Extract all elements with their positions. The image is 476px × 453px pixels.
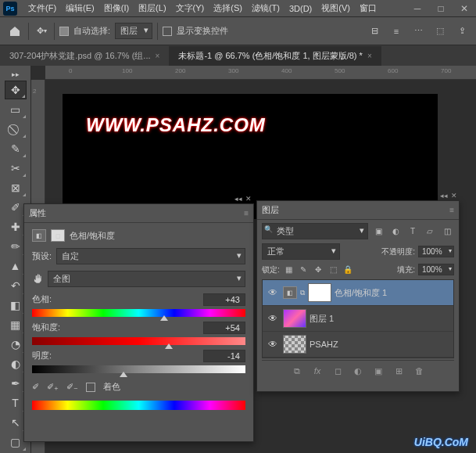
menu-edit[interactable]: 编辑(E) (61, 0, 99, 16)
opacity-field[interactable]: 100% (418, 246, 454, 257)
tab-close-icon[interactable]: × (367, 52, 372, 60)
panel-collapse-bar[interactable]: ◂◂✕ (440, 192, 457, 200)
ruler-horizontal[interactable]: 0 100 200 300 400 500 600 700 (45, 66, 476, 80)
page-watermark: UiBQ.CoM (414, 436, 468, 448)
layer-thumb[interactable] (283, 335, 306, 354)
divider (54, 23, 55, 40)
layer-item[interactable]: 👁 PSAHZ (263, 332, 453, 358)
panel-menu-icon[interactable]: ≡ (244, 209, 249, 218)
marquee-tool[interactable]: ▭ (5, 100, 27, 119)
3d-mode-icon[interactable]: ⬚ (432, 23, 448, 39)
layer-name[interactable]: 色相/饱和度 1 (335, 287, 387, 299)
filter-shape-icon[interactable]: ▱ (423, 225, 437, 238)
share-icon[interactable]: ⇪ (454, 23, 470, 39)
hue-label: 色相: (32, 293, 52, 306)
divider (28, 23, 29, 40)
new-layer-icon[interactable]: ⊞ (392, 365, 405, 377)
layer-name[interactable]: PSAHZ (310, 340, 338, 349)
panel-collapse-bar[interactable]: ◂◂✕ (234, 195, 252, 203)
lock-artboard-icon[interactable]: ⬚ (327, 264, 339, 275)
layer-item[interactable]: 👁 图层 1 (263, 306, 453, 332)
slider-thumb[interactable] (120, 372, 127, 377)
saturation-slider[interactable] (32, 337, 245, 345)
tab-close-icon[interactable]: × (156, 52, 160, 60)
blend-mode-select[interactable]: 正常 (262, 243, 340, 260)
lightness-value-field[interactable]: -14 (203, 350, 245, 362)
visibility-icon[interactable]: 👁 (266, 339, 280, 350)
more-icon[interactable]: ⋯ (410, 23, 426, 39)
menu-filter[interactable]: 滤镜(T) (247, 0, 285, 16)
auto-select-label: 自动选择: (73, 25, 110, 37)
maximize-button[interactable]: □ (429, 1, 453, 16)
targeted-adjust-icon[interactable] (32, 273, 43, 286)
lock-transparency-icon[interactable]: ▦ (283, 264, 295, 275)
fx-icon[interactable]: fx (311, 365, 324, 377)
link-layers-icon[interactable]: ⧉ (291, 365, 303, 377)
panel-menu-icon[interactable]: ≡ (449, 206, 454, 214)
move-tool[interactable]: ✥ (5, 81, 27, 99)
quick-select-tool[interactable]: ✎ (5, 139, 27, 158)
slider-thumb[interactable] (160, 315, 168, 321)
panel-header[interactable]: 属性 ≡ (24, 204, 253, 223)
layer-filter-type[interactable]: 类型 (262, 223, 368, 239)
lasso-tool[interactable]: ⃠ (5, 120, 27, 138)
frame-tool[interactable]: ⊠ (5, 178, 27, 197)
group-icon[interactable]: ▣ (372, 365, 385, 377)
menu-layer[interactable]: 图层(L) (134, 0, 170, 16)
eyedropper-subtract-icon[interactable]: ✐₋ (66, 382, 78, 392)
fill-field[interactable]: 100% (418, 264, 454, 275)
filter-pixel-icon[interactable]: ▣ (371, 225, 385, 238)
layer-name[interactable]: 图层 1 (310, 313, 334, 325)
visibility-icon[interactable]: 👁 (266, 313, 280, 324)
lightness-slider[interactable] (32, 365, 245, 373)
options-right: ⊟ ≡ ⋯ ⬚ ⇪ (367, 23, 470, 39)
filter-type-icon[interactable]: T (406, 225, 420, 238)
show-transform-checkbox[interactable] (163, 27, 172, 36)
color-range-select[interactable]: 全图 (48, 271, 245, 287)
filter-adjust-icon[interactable]: ◐ (388, 225, 403, 238)
filter-smart-icon[interactable]: ◫ (440, 225, 454, 238)
fill-label: 填充: (397, 264, 415, 275)
layer-mask-thumb[interactable] (308, 283, 331, 302)
lock-label: 锁定: (262, 264, 280, 275)
eyedropper-add-icon[interactable]: ✐₊ (47, 382, 59, 392)
minimize-button[interactable]: ─ (406, 1, 429, 16)
saturation-value-field[interactable]: +54 (203, 322, 245, 334)
menu-view[interactable]: 视图(V) (317, 0, 355, 16)
mask-add-icon[interactable]: ◻ (331, 365, 344, 377)
layer-item[interactable]: 👁 ◧ ⧉ 色相/饱和度 1 (263, 280, 453, 306)
hue-value-field[interactable]: +43 (203, 293, 245, 306)
preset-select[interactable]: 自定 (56, 248, 245, 264)
lock-position-icon[interactable]: ✥ (313, 264, 324, 275)
auto-select-target[interactable]: 图层 (115, 23, 152, 39)
colorize-checkbox[interactable] (86, 383, 95, 392)
eyedropper-icon[interactable]: ✐ (32, 382, 39, 392)
align-icon[interactable]: ⊟ (367, 23, 382, 39)
tools-collapse-icon[interactable]: ▸▸ (5, 69, 27, 80)
menu-select[interactable]: 选择(S) (209, 0, 247, 16)
link-icon[interactable]: ⧉ (300, 289, 305, 297)
home-icon[interactable] (6, 23, 23, 39)
adjustment-add-icon[interactable]: ◐ (352, 365, 364, 377)
distribute-icon[interactable]: ≡ (388, 23, 404, 39)
tab-inactive[interactable]: 307-204护林党建.psd @ 16.7% (组... × (0, 46, 169, 66)
visibility-icon[interactable]: 👁 (266, 287, 280, 298)
slider-thumb[interactable] (165, 343, 173, 349)
lock-pixels-icon[interactable]: ✎ (298, 264, 310, 275)
layer-thumb[interactable] (283, 309, 306, 328)
move-tool-icon[interactable]: ✥▾ (34, 23, 49, 39)
menu-3d[interactable]: 3D(D) (285, 2, 317, 16)
window-controls: ─ □ ✕ (406, 1, 476, 16)
close-button[interactable]: ✕ (453, 1, 476, 16)
delete-icon[interactable]: 🗑 (413, 365, 425, 377)
menu-image[interactable]: 图像(I) (99, 0, 134, 16)
menu-type[interactable]: 文字(Y) (171, 0, 209, 16)
menu-window[interactable]: 窗口 (355, 0, 381, 16)
menu-file[interactable]: 文件(F) (23, 0, 61, 16)
hue-slider[interactable] (32, 309, 245, 317)
panel-header[interactable]: 图层 ≡ (257, 201, 459, 220)
lock-all-icon[interactable]: 🔒 (342, 264, 354, 275)
tab-active[interactable]: 未标题-1 @ 66.7% (色相/饱和度 1, 图层蒙版/8) * × (169, 46, 381, 66)
auto-select-checkbox[interactable] (59, 27, 69, 36)
crop-tool[interactable]: ✂ (5, 159, 27, 178)
